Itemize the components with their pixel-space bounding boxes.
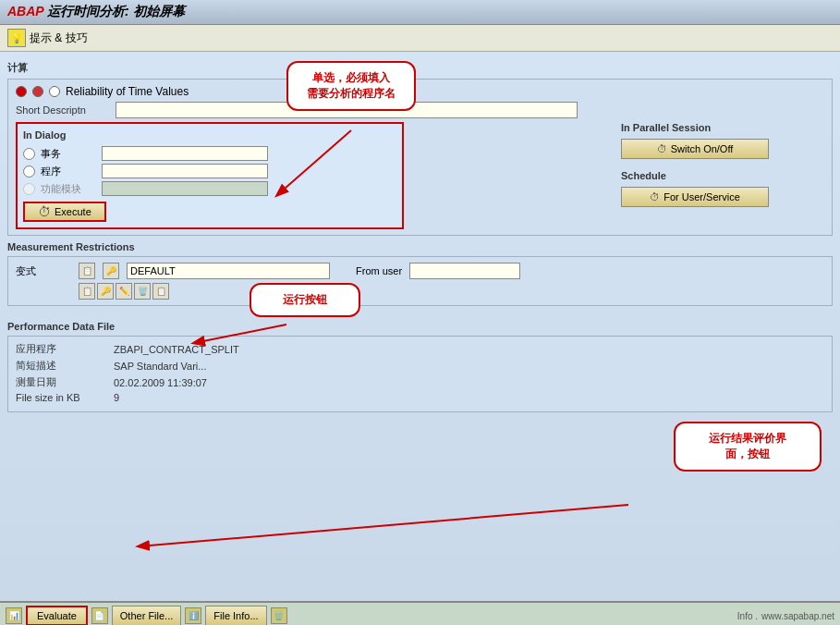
title-bar: ABAP 运行时间分析: 初始屏幕 — [0, 0, 840, 25]
switch-onoff-button[interactable]: ⏱ Switch On/Off — [621, 139, 769, 159]
schedule-title: Schedule — [621, 170, 824, 181]
main-content: 单选，必须填入 需要分析的程序名 运行按钮 运行结果评价界 面，按钮 计算 Re… — [0, 52, 840, 625]
perf-value-2: 02.02.2009 11:39:07 — [114, 377, 207, 388]
execute-icon: ⏱ — [38, 204, 51, 219]
radio-transaction[interactable] — [23, 148, 35, 160]
short-desc-label: Short Descriptn — [16, 104, 108, 116]
meas-copy-icon[interactable]: 📋 — [79, 263, 95, 279]
perf-value-3: 9 — [114, 392, 119, 403]
annotation-3: 运行结果评价界 面，按钮 — [674, 422, 822, 472]
radio-program[interactable] — [23, 165, 35, 178]
bottom-toolbar: 📊 Evaluate 📄 Other File... ℹ️ File Info.… — [0, 601, 840, 625]
perf-label-1: 简短描述 — [16, 359, 108, 373]
parallel-title: In Parallel Session — [621, 122, 824, 133]
label-transaction: 事务 — [41, 147, 96, 161]
bottom-file-icon[interactable]: 📄 — [91, 607, 108, 624]
in-dialog-col: In Dialog 事务 程序 功能模块 — [16, 122, 603, 229]
parallel-col: In Parallel Session ⏱ Switch On/Off Sche… — [621, 122, 824, 229]
parallel-section: In Parallel Session ⏱ Switch On/Off — [621, 122, 824, 159]
perf-value-0: ZBAPI_CONTRACT_SPLIT — [114, 344, 239, 355]
meas-variant-label: 变式 — [16, 264, 71, 278]
meas-btn-4[interactable]: 🗑️ — [134, 283, 151, 300]
dialog-row-transaction: 事务 — [23, 146, 396, 161]
calc-section-header: 计算 — [7, 61, 833, 75]
watermark: www.sapabap.net — [761, 611, 834, 621]
label-funcmodule: 功能模块 — [41, 182, 96, 196]
execute-row: ⏱ Execute — [23, 202, 396, 222]
radio-reliability-1[interactable] — [16, 86, 27, 97]
input-program[interactable] — [102, 164, 268, 178]
meas-btn-3[interactable]: ✏️ — [116, 283, 132, 300]
meas-btn-2[interactable]: 🔑 — [97, 283, 114, 300]
meas-variant-input[interactable] — [127, 263, 330, 279]
evaluate-button[interactable]: Evaluate — [26, 606, 88, 625]
meas-btn-1[interactable]: 📋 — [79, 283, 95, 300]
meas-key-icon[interactable]: 🔑 — [103, 263, 119, 279]
status-bar-text: Info . — [737, 611, 758, 621]
hints-label: 提示 & 技巧 — [30, 31, 88, 46]
schedule-section: Schedule ⏱ For User/Service — [621, 170, 824, 207]
meas-section-header: Measurement Restrictions — [7, 241, 833, 252]
input-funcmodule — [102, 181, 268, 196]
perf-row-3: File size in KB 9 — [16, 392, 824, 403]
radio-reliability-3[interactable] — [49, 86, 60, 97]
annotation-1: 单选，必须填入 需要分析的程序名 — [286, 61, 416, 111]
meas-btn-5[interactable]: 📋 — [152, 283, 169, 300]
perf-section-header: Performance Data File — [7, 321, 833, 332]
bottom-info-icon[interactable]: ℹ️ — [185, 607, 201, 624]
clock-icon: ⏱ — [657, 143, 667, 154]
execute-label: Execute — [55, 206, 91, 217]
annotation-2: 运行按钮 — [250, 283, 360, 317]
meas-section: 变式 📋 🔑 From user 📋 🔑 ✏️ 🗑️ 📋 — [7, 256, 833, 306]
meas-variant-row: 变式 📋 🔑 From user — [16, 263, 824, 279]
perf-label-2: 测量日期 — [16, 375, 108, 389]
radio-reliability-2[interactable] — [32, 86, 43, 97]
in-dialog-title: In Dialog — [23, 129, 396, 141]
perf-label-0: 应用程序 — [16, 342, 108, 356]
perf-value-1: SAP Standard Vari... — [114, 361, 206, 372]
hints-icon: 💡 — [7, 29, 26, 47]
perf-section: 应用程序 ZBAPI_CONTRACT_SPLIT 简短描述 SAP Stand… — [7, 336, 833, 412]
in-dialog-box: In Dialog 事务 程序 功能模块 — [16, 122, 404, 229]
label-program: 程序 — [41, 165, 96, 178]
perf-row-0: 应用程序 ZBAPI_CONTRACT_SPLIT — [16, 342, 824, 356]
radio-funcmodule[interactable] — [23, 183, 35, 195]
from-user-input[interactable] — [409, 263, 520, 279]
perf-row-2: 测量日期 02.02.2009 11:39:07 — [16, 375, 824, 389]
file-info-button[interactable]: File Info... — [205, 606, 266, 625]
short-desc-row: Short Descriptn — [16, 102, 824, 118]
bottom-graph-icon[interactable]: 📊 — [6, 607, 22, 624]
dialog-row-funcmodule: 功能模块 — [23, 181, 396, 196]
meas-icon-btn-row: 📋 🔑 ✏️ 🗑️ 📋 — [79, 283, 824, 300]
perf-row-1: 简短描述 SAP Standard Vari... — [16, 359, 824, 373]
other-file-button[interactable]: Other File... — [112, 606, 181, 625]
dialog-row-program: 程序 — [23, 164, 396, 178]
reliability-label: Reliability of Time Values — [66, 85, 189, 98]
bottom-delete-icon[interactable]: 🗑️ — [271, 607, 287, 624]
input-transaction[interactable] — [102, 146, 268, 161]
for-user-label: For User/Service — [663, 191, 740, 202]
reliability-row: Reliability of Time Values — [16, 85, 824, 98]
switch-label: Switch On/Off — [671, 143, 734, 154]
for-user-button[interactable]: ⏱ For User/Service — [621, 187, 769, 207]
two-col-layout: In Dialog 事务 程序 功能模块 — [16, 122, 824, 229]
perf-label-3: File size in KB — [16, 392, 108, 403]
execute-button[interactable]: ⏱ Execute — [23, 202, 106, 222]
hints-button[interactable]: 💡 提示 & 技巧 — [7, 29, 88, 47]
title-main: 运行时间分析: 初始屏幕 — [43, 4, 184, 18]
schedule-icon: ⏱ — [650, 191, 660, 202]
evaluate-label: Evaluate — [37, 610, 77, 621]
other-file-label: Other File... — [120, 610, 173, 621]
toolbar: 💡 提示 & 技巧 — [0, 25, 840, 52]
from-user-label: From user — [356, 265, 402, 276]
file-info-label: File Info... — [213, 610, 258, 621]
calc-section: Reliability of Time Values Short Descrip… — [7, 79, 833, 236]
title-abap: ABAP — [7, 4, 43, 18]
